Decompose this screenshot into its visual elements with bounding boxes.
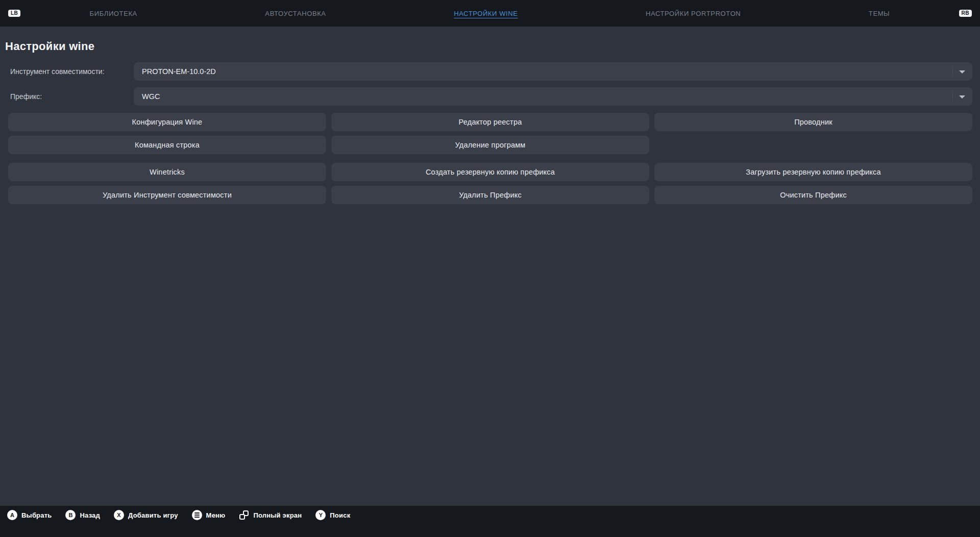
remove-prefix-button[interactable]: Удалить Префикс <box>331 186 649 204</box>
gamepad-menu-icon <box>192 510 202 520</box>
tab-wine-settings[interactable]: НАСТРОЙКИ WINE <box>454 10 518 17</box>
prefix-label: Префикс: <box>0 92 134 101</box>
gamepad-a-icon: A <box>7 510 17 520</box>
prefix-tools-grid: WinetricksСоздать резервную копию префик… <box>8 163 972 204</box>
load-prefix-backup-button[interactable]: Загрузить резервную копию префикса <box>654 163 972 181</box>
compat-tool-label: Инструмент совместимости: <box>0 67 134 76</box>
chevron-down-icon <box>959 95 965 99</box>
remove-compat-tool-button[interactable]: Удалить Инструмент совместимости <box>8 186 326 204</box>
gamepad-hints: AВыбратьBНазадXДобавить игруМенюПолный э… <box>0 506 980 524</box>
create-prefix-backup-button[interactable]: Создать резервную копию префикса <box>331 163 649 181</box>
hint-label: Выбрать <box>21 511 52 519</box>
compat-tool-value: PROTON-EM-10.0-2D <box>142 67 216 76</box>
compat-tool-row: Инструмент совместимости: PROTON-EM-10.0… <box>0 62 972 81</box>
tab-autoinstall[interactable]: АВТОУСТАНОВКА <box>265 10 326 17</box>
uninstall-programs-button[interactable]: Удаление программ <box>331 136 649 154</box>
hint-menu[interactable]: Меню <box>192 510 226 520</box>
wine-config-button[interactable]: Конфигурация Wine <box>8 113 326 131</box>
empty-grid-cell <box>654 136 972 154</box>
dropdown-separator <box>952 66 953 77</box>
dropdown-separator <box>952 91 953 102</box>
wine-tools-grid: Конфигурация WineРедактор реестраПроводн… <box>8 113 972 154</box>
gamepad-b-icon: B <box>65 510 76 520</box>
chevron-down-icon <box>959 70 965 74</box>
hint-label: Меню <box>206 511 226 519</box>
tab-bar: БИБЛИОТЕКААВТОУСТАНОВКАНАСТРОЙКИ WINEНАС… <box>26 10 953 17</box>
gamepad-y-icon: Y <box>315 510 326 520</box>
file-explorer-button[interactable]: Проводник <box>654 113 972 131</box>
wine-settings-page: Настройки wine Инструмент совместимости:… <box>0 40 980 204</box>
hint-label: Назад <box>80 511 100 519</box>
hint-label: Добавить игру <box>128 511 178 519</box>
gamepad-hints-bar: AВыбратьBНазадXДобавить игруМенюПолный э… <box>0 506 980 537</box>
hint-label: Полный экран <box>253 511 302 519</box>
winetricks-button[interactable]: Winetricks <box>8 163 326 181</box>
gamepad-view-icon <box>239 510 249 520</box>
page-title: Настройки wine <box>5 40 980 53</box>
rb-shoulder-badge: RB <box>959 10 972 17</box>
hint-add-game[interactable]: XДобавить игру <box>114 510 178 520</box>
hint-search[interactable]: YПоиск <box>315 510 350 520</box>
hint-back[interactable]: BНазад <box>65 510 100 520</box>
tab-themes[interactable]: ТЕМЫ <box>869 10 890 17</box>
tab-portproton-settings[interactable]: НАСТРОЙКИ PORTPROTON <box>646 10 741 17</box>
lb-shoulder-badge: LB <box>8 10 20 17</box>
hint-fullscreen[interactable]: Полный экран <box>239 510 302 520</box>
prefix-row: Префикс: WGC <box>0 87 972 106</box>
tab-library[interactable]: БИБЛИОТЕКА <box>90 10 137 17</box>
top-nav-bar: LB БИБЛИОТЕКААВТОУСТАНОВКАНАСТРОЙКИ WINE… <box>0 0 980 27</box>
prefix-value: WGC <box>142 92 160 101</box>
compat-tool-select[interactable]: PROTON-EM-10.0-2D <box>134 62 972 81</box>
hint-label: Поиск <box>330 511 350 519</box>
gamepad-x-icon: X <box>114 510 124 520</box>
hint-select[interactable]: AВыбрать <box>7 510 52 520</box>
registry-editor-button[interactable]: Редактор реестра <box>331 113 649 131</box>
clear-prefix-button[interactable]: Очистить Префикс <box>654 186 972 204</box>
prefix-select[interactable]: WGC <box>134 87 972 106</box>
command-line-button[interactable]: Командная строка <box>8 136 326 154</box>
